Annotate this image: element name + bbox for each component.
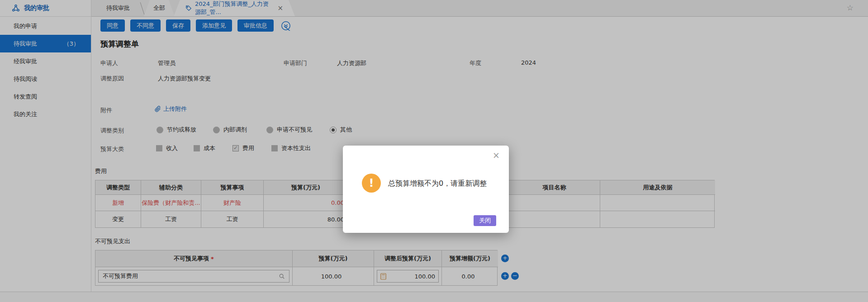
warning-dialog: × ! 总预算增额不为0，请重新调整 关闭 (343, 146, 509, 233)
warning-icon: ! (362, 174, 381, 193)
dialog-message: 总预算增额不为0，请重新调整 (388, 179, 487, 189)
dialog-close-button[interactable]: 关闭 (474, 215, 496, 226)
dialog-close-icon[interactable]: × (493, 150, 500, 160)
